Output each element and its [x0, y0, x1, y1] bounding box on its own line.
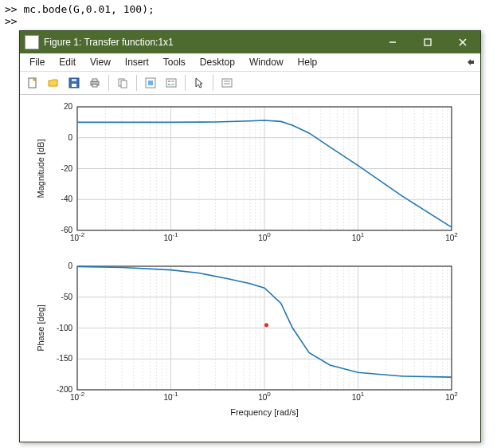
prompt: >> — [5, 3, 18, 15]
command-text: mc.bode(G,0.01, 100); — [23, 3, 154, 15]
prompt: >> — [5, 15, 18, 27]
command-window[interactable]: >> mc.bode(G,0.01, 100); >> — [0, 0, 497, 30]
